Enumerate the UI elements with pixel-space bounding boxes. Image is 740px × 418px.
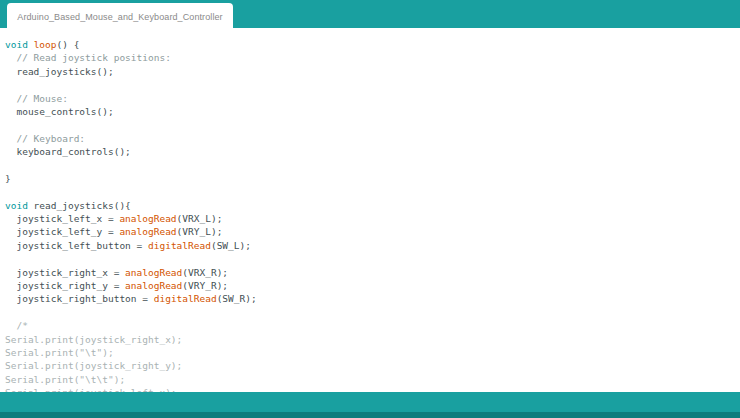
code-line bbox=[5, 118, 740, 131]
code-line: read_joysticks(); bbox=[5, 65, 740, 78]
code-line: // Mouse: bbox=[5, 92, 740, 105]
code-line bbox=[5, 185, 740, 198]
editor-header-bar: Arduino_Based_Mouse_and_Keyboard_Control… bbox=[0, 0, 740, 28]
code-line: joystick_left_x = analogRead(VRX_L); bbox=[5, 212, 740, 225]
code-line: Serial.print(joystick_right_y); bbox=[5, 359, 740, 372]
code-line: } bbox=[5, 172, 740, 185]
code-line: joystick_right_x = analogRead(VRX_R); bbox=[5, 266, 740, 279]
code-line: mouse_controls(); bbox=[5, 105, 740, 118]
code-line: Serial.print(joystick_right_x); bbox=[5, 333, 740, 346]
code-line: /* bbox=[5, 319, 740, 332]
arduino-editor-widget: Arduino_Based_Mouse_and_Keyboard_Control… bbox=[0, 0, 740, 418]
code-line: void read_joysticks(){ bbox=[5, 199, 740, 212]
code-line bbox=[5, 78, 740, 91]
code-line: // Read joystick positions: bbox=[5, 51, 740, 64]
code-line: joystick_right_y = analogRead(VRY_R); bbox=[5, 279, 740, 292]
code-line bbox=[5, 306, 740, 319]
editor-footer-bar bbox=[0, 392, 740, 418]
code-line bbox=[5, 252, 740, 265]
sketch-tab[interactable]: Arduino_Based_Mouse_and_Keyboard_Control… bbox=[7, 3, 233, 30]
footer-bottom-edge bbox=[0, 412, 740, 418]
code-line: void loop() { bbox=[5, 38, 740, 51]
code-line: // Keyboard: bbox=[5, 132, 740, 145]
sketch-tab-label: Arduino_Based_Mouse_and_Keyboard_Control… bbox=[17, 12, 222, 22]
code-line: joystick_left_y = analogRead(VRY_L); bbox=[5, 225, 740, 238]
code-line: joystick_left_button = digitalRead(SW_L)… bbox=[5, 239, 740, 252]
code-lines: void loop() { // Read joystick positions… bbox=[0, 28, 740, 392]
code-line: keyboard_controls(); bbox=[5, 145, 740, 158]
code-line bbox=[5, 159, 740, 172]
code-line: Serial.print("\t"); bbox=[5, 346, 740, 359]
code-editor[interactable]: void loop() { // Read joystick positions… bbox=[0, 28, 740, 392]
code-line: Serial.print("\t\t"); bbox=[5, 373, 740, 386]
code-line: joystick_right_button = digitalRead(SW_R… bbox=[5, 292, 740, 305]
